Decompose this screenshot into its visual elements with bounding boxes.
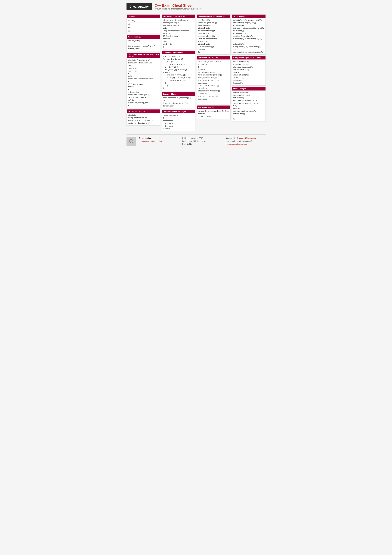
- card-body-0-3: #include "Ringwerkzaehler.h" Ringwerkzae…: [127, 113, 160, 125]
- footer: C By Kemmojoo cheatography.com/kemmojoo/…: [127, 134, 266, 146]
- card-header-1-1: bubbleSort Algorithmus: [162, 51, 195, 54]
- column-3: String functionsprintf("%s\n", text.c_st…: [232, 15, 266, 122]
- card-0-2: Class Body File Paradigm // Compare Head…: [127, 52, 160, 108]
- footer-author-col: By Kemmojoo cheatography.com/kemmojoo/: [139, 137, 179, 143]
- logo-box: Cheatography: [127, 3, 152, 10]
- author-line: by Kemmojoo via cheatography.com/28261/c…: [155, 7, 202, 10]
- card-3-1: Data processing / Read file / charstd::i…: [232, 56, 266, 85]
- card-header-0-2: Class Body File Paradigm // Compare Head…: [127, 53, 160, 58]
- card-body-0-1: int ar[size] int arLenght = sizeof(ar) /…: [127, 39, 160, 51]
- card-header-3-2: Struct Example: [232, 87, 265, 90]
- card-body-1-0: Ringwerkzaehler::Ringwerkz aehler(int ma…: [162, 18, 195, 49]
- card-body-1-1: void bubblesort(int *array, int length){…: [162, 54, 195, 91]
- card-header-1-0: Extensions / CPP File (cont): [162, 15, 195, 18]
- column-2: Class header File Paradigm (cont)Zaehlwe…: [197, 15, 231, 119]
- card-body-2-1: class Ringwerkzaehler : Zaehlwerk { publ…: [197, 59, 230, 104]
- card-body-2-0: Zaehlwerk(); Zaehlwerk(int max); ~Zaehlw…: [197, 18, 230, 54]
- card-0-3: Extensions / CPP File#include "Ringwerkz…: [127, 109, 160, 126]
- card-header-2-2: Thread Operations: [197, 106, 230, 109]
- card-body-0-2: #include "Zaehlwerk.h" Zaehlwerk::Zaehlw…: [127, 58, 160, 108]
- card-header-3-0: String functions: [232, 15, 265, 18]
- card-body-2-2: std::this_thread::sleep_for(std::chron o…: [197, 109, 230, 119]
- card-body-1-3: class Zaehlwerk { protected: int zahl; i…: [162, 113, 195, 131]
- card-1-0: Extensions / CPP File (cont)Ringwerkzaeh…: [162, 15, 195, 49]
- column-1: Extensions / CPP File (cont)Ringwerkzaeh…: [162, 15, 195, 131]
- page-title: C++ Exam Cheat Sheet: [155, 3, 202, 7]
- card-header-1-3: Class header File Paradigm: [162, 110, 195, 113]
- card-3-0: String functionsprintf("%s\n", text.c_st…: [232, 15, 266, 55]
- column-0: Datatypsstd::stringintfloatetc.Arrays an…: [127, 15, 160, 126]
- card-header-3-1: Data processing / Read file / char: [232, 56, 265, 59]
- footer-dates-col: Published 16th June, 2016. Last updated …: [182, 137, 222, 146]
- card-body-1-2: bool operator < (classobj) { return (cVa…: [162, 96, 195, 108]
- card-3-2: Struct Examplestruct kontakt{ std::strin…: [232, 87, 266, 122]
- list-item: int: [128, 22, 159, 26]
- card-header-2-1: Extentions / Header File: [197, 56, 230, 59]
- sponsor-url-link[interactable]: http://crosswordcheats.com: [226, 143, 247, 145]
- list-item: float: [128, 26, 159, 29]
- header: Cheatography C++ Exam Cheat Sheet by Kem…: [127, 2, 266, 12]
- card-header-0-3: Extensions / CPP File: [127, 110, 160, 113]
- footer-sponsor-col: Sponsored by CrosswordCheats.com Learn t…: [226, 137, 265, 146]
- card-0-0: Datatypsstd::stringintfloatetc.: [127, 15, 160, 34]
- list-item: etc.: [128, 29, 159, 33]
- card-1-2: Compare Classesbool operator < (classobj…: [162, 92, 195, 108]
- card-1-1: bubbleSort Algorithmusvoid bubblesort(in…: [162, 51, 195, 91]
- card-body-0-0: std::stringintfloatetc.: [127, 18, 160, 34]
- main-columns: Datatypsstd::stringintfloatetc.Arrays an…: [127, 15, 266, 131]
- card-2-1: Extentions / Header Fileclass Ringwerkza…: [197, 56, 231, 104]
- card-2-2: Thread Operationsstd::this_thread::sleep…: [197, 105, 231, 119]
- card-body-3-2: struct kontakt{ std::string name; int nu…: [232, 90, 265, 122]
- card-body-3-1: std::ifstream f; f.open(fileName, std::i…: [232, 59, 265, 85]
- sponsor-link[interactable]: CrosswordCheats.com: [237, 137, 256, 139]
- author-link[interactable]: cheatography.com/kemmojoo/: [139, 140, 162, 142]
- card-header-0-1: Arrays and List: [127, 35, 160, 39]
- list-item: std::string: [128, 19, 159, 22]
- card-2-0: Class header File Paradigm (cont)Zaehlwe…: [197, 15, 231, 55]
- footer-logo: C: [127, 137, 136, 146]
- card-header-1-2: Compare Classes: [162, 92, 195, 96]
- card-1-3: Class header File Paradigmclass Zaehlwer…: [162, 110, 195, 131]
- card-header-2-0: Class header File Paradigm (cont): [197, 15, 230, 18]
- card-0-1: Arrays and Listint ar[size] int arLenght…: [127, 35, 160, 51]
- card-header-0-0: Datatyps: [127, 15, 160, 18]
- card-body-3-0: printf("%s\n", text.c_str()); std::strin…: [232, 18, 265, 54]
